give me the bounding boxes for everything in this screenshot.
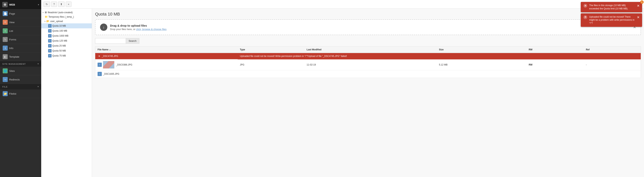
tree-item-quota-100[interactable]: ≡ Quota 100 MB [41,28,92,33]
redirects-icon: ↪ [3,77,8,82]
upload-choose-link[interactable]: click, browse & choose files [136,28,166,31]
col-last-modified: Last Modified [304,46,436,53]
col-filename: File Name ▲ [95,46,238,53]
sidebar-item-template[interactable]: ◧ Template [0,52,41,61]
tree-item-quota-1000-label: Quota 1000 MB [52,34,68,37]
sidebar-item-info-label: Info [9,47,14,50]
refresh-button[interactable]: ↻ [44,2,50,7]
tree-item-quota-75[interactable]: ≡ Quota 75 MB [41,53,92,58]
search-input[interactable] [95,38,126,44]
notif1-wrapper: ✕ The files in this storage (10 MB MB) e… [581,2,642,12]
tree-item-quota-125[interactable]: ≡ Quota 125 MB [41,38,92,43]
info-icon: ℹ [3,46,8,50]
sidebar-section-web[interactable]: WEB ▾ [0,0,41,10]
upload-heading: Drag & drop to upload files [110,24,166,27]
tree-item-quota-10-label: Quota 10 MB [52,24,66,27]
col-size: Size [436,46,526,53]
site-management-arrow: ▾ [38,63,39,65]
tree-item-quota-25[interactable]: ≡ Quota 25 MB [41,43,92,48]
dsc1835-file-icon: ≡ [98,72,102,76]
upload-subtext: Drop your files here, or click, browse &… [110,28,166,31]
notif1-close-button[interactable]: ✕ [637,4,640,8]
notif2-x-icon[interactable]: ✕ [584,15,587,19]
sidebar-item-list-label: List [9,30,13,32]
col-rw: RW [526,46,584,53]
sort-arrow: ▲ [109,49,111,51]
dsc0388-modified: 11-02-19 [304,60,436,70]
sidebar-section-site-management[interactable]: SITE MANAGEMENT ▾ [0,61,41,67]
col-ref: Ref [584,46,641,53]
file-icon-quota-75: ≡ [48,54,52,58]
help-button[interactable]: ? [51,2,57,7]
filelist-icon: 📁 [3,91,8,96]
table-body: ✕ _DSC4745.JPG Uploaded file could not b… [95,53,641,78]
col-type: Type [238,46,304,53]
sidebar-section-web-label: WEB [9,3,15,6]
dsc0388-thumb [103,61,114,68]
main-panel: Quota 10 MB ↓ Drag & drop to upload file… [92,8,644,177]
notif1-badge: 1 [640,0,644,4]
search-button[interactable]: Search [126,38,139,44]
file-icon-quota-125: ≡ [48,39,52,42]
table-row: ✕ _DSC4745.JPG Uploaded file could not b… [95,53,641,60]
row-dsc4745-name: ✕ _DSC4745.JPG [95,53,238,60]
row-dsc1835-name: ≡ _DSC1835.JPG [95,70,238,78]
sidebar-item-filelist[interactable]: 📁 Filelist [0,90,41,98]
notification-2: ✕ Uploaded file could not be moved! Ther… [581,14,642,27]
upload-icon: ↓ [100,24,107,31]
sidebar-item-page-label: Page [9,12,15,15]
upload-content: ↓ Drag & drop to upload files Drop your … [100,24,166,31]
tree-item-quota-100-label: Quota 100 MB [52,30,67,32]
template-icon: ◧ [3,54,8,59]
sidebar: WEB ▾ 📄 Page 👁 View ≡ List ✎ Forms ℹ Inf… [0,0,41,177]
sidebar-item-redirects-label: Redirects [9,78,20,81]
tree-item-temp[interactable]: 📁 Temporary files (_temp_) [41,14,92,19]
upload-area: ↓ Drag & drop to upload files Drop your … [95,19,641,35]
notif2-close-button[interactable]: ✕ [637,15,640,20]
sidebar-item-redirects[interactable]: ↪ Redirects [0,75,41,84]
forms-icon: ✎ [3,37,8,42]
sidebar-item-page[interactable]: 📄 Page [0,10,41,18]
sidebar-item-view[interactable]: 👁 View [0,18,41,27]
tree-root[interactable]: ▸ 🖥 fileadmin/ (auto-created) [41,10,92,14]
site-management-label: SITE MANAGEMENT [2,63,26,65]
notifications-panel: ✕ The files in this storage (10 MB MB) e… [581,2,642,27]
tree-item-quota-75-label: Quota 75 MB [52,54,66,57]
tree-item-user-upload[interactable]: ▸ 📂 user_upload [41,19,92,23]
user-upload-arrow: ▸ [45,20,46,22]
col-filename-label: File Name [98,48,109,51]
dsc0388-rw: RW [526,60,584,70]
tree-item-quota-50[interactable]: ≡ Quota 50 MB [41,48,92,53]
dsc0388-file-icon: ≡ [98,63,102,67]
upload-button[interactable]: ⬆ [58,2,64,7]
dsc1835-filename: _DSC1835.JPG [103,72,119,75]
sidebar-item-info[interactable]: ℹ Info [0,44,41,52]
row-dsc0388-name: ≡ _DSC0388.JPG [95,60,238,70]
web-arrow: ▾ [38,4,39,6]
content-area: ▸ 🖥 fileadmin/ (auto-created) 📁 Temporar… [41,8,644,177]
folder-icon-user-upload: 📂 [46,20,50,22]
sidebar-item-sites[interactable]: 🌐 Sites [0,67,41,75]
sidebar-section-file[interactable]: FILE ▾ [0,84,41,90]
tree-item-quota-1000[interactable]: ≡ Quota 1000 MB [41,33,92,38]
dsc1835-ref [584,70,641,78]
dsc0388-filename: _DSC0388.JPG [116,64,132,66]
file-icon-quota-10: ≡ [48,24,52,28]
notif1-x-icon[interactable]: ✕ [584,4,587,8]
dsc1835-type [238,70,304,78]
dsc0388-ref: - [584,60,641,70]
file-table: File Name ▲ Type Last Modified Size RW R… [95,46,641,78]
add-button[interactable]: + [66,2,72,7]
table-header-row: File Name ▲ Type Last Modified Size RW R… [95,46,641,53]
toolbar: ↻ ? ⬆ + [41,0,644,8]
tree-item-temp-label: Temporary files (_temp_) [48,16,74,18]
sidebar-item-forms-label: Forms [9,38,16,41]
tree-item-quota-10[interactable]: ≡ Quota 10 MB [41,23,92,28]
sidebar-item-forms[interactable]: ✎ Forms [0,35,41,44]
sidebar-item-sites-label: Sites [9,70,15,72]
sidebar-item-list[interactable]: ≡ List [0,27,41,35]
dsc1835-rw [526,70,584,78]
table-row: ≡ _DSC1835.JPG [95,70,641,78]
file-label: FILE [2,86,8,88]
web-icon [2,2,8,7]
